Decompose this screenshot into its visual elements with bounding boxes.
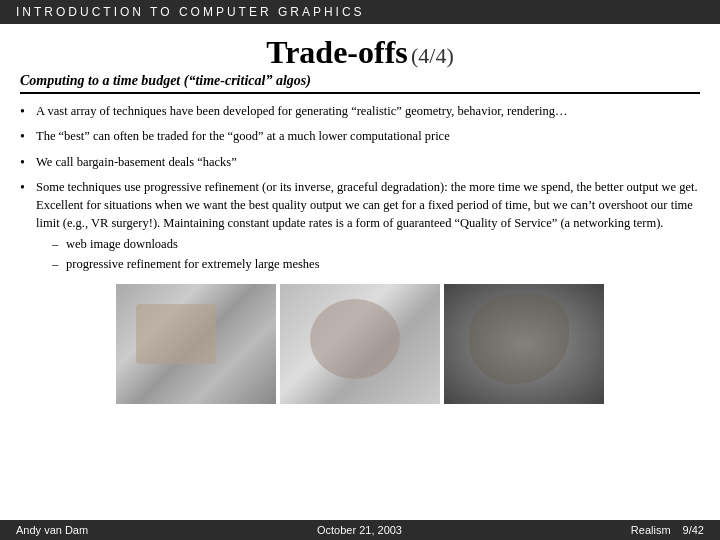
sub-bullet-list-3: –web image downloads–progressive refinem… — [52, 235, 700, 273]
bullet-dot-2: • — [20, 153, 36, 173]
slide-title-sub: (4/4) — [411, 43, 454, 68]
sub-bullet-item-0: –web image downloads — [52, 235, 700, 253]
footer-bar: Andy van Dam October 21, 2003 Realism 9/… — [0, 520, 720, 540]
footer-label: Realism — [631, 524, 671, 536]
sub-bullet-text-1: progressive refinement for extremely lar… — [66, 255, 320, 273]
bullet-list: •A vast array of techniques have been de… — [20, 102, 700, 276]
bullet-item-2: •We call bargain-basement deals “hacks” — [20, 153, 700, 173]
sub-bullet-item-1: –progressive refinement for extremely la… — [52, 255, 700, 273]
bullet-dot-1: • — [20, 127, 36, 147]
slide-title: Trade-offs — [266, 34, 408, 70]
image-3 — [444, 284, 604, 404]
footer-right: Realism 9/42 — [631, 524, 704, 536]
title-area: Trade-offs (4/4) — [20, 34, 700, 71]
header-text: INTRODUCTION TO COMPUTER GRAPHICS — [16, 5, 365, 19]
bullet-item-1: •The “best” can often be traded for the … — [20, 127, 700, 147]
sub-dash-0: – — [52, 235, 66, 253]
bullet-text-2: We call bargain-basement deals “hacks” — [36, 153, 700, 171]
sub-dash-1: – — [52, 255, 66, 273]
sub-bullet-text-0: web image downloads — [66, 235, 178, 253]
bullet-text-1: The “best” can often be traded for the “… — [36, 127, 700, 145]
slide-container: Trade-offs (4/4) Computing to a time bud… — [0, 24, 720, 412]
bullet-text-3: Some techniques use progressive refineme… — [36, 178, 700, 276]
footer-author: Andy van Dam — [16, 524, 88, 536]
bullet-item-3: •Some techniques use progressive refinem… — [20, 178, 700, 276]
bullet-text-0: A vast array of techniques have been dev… — [36, 102, 700, 120]
header-bar: INTRODUCTION TO COMPUTER GRAPHICS — [0, 0, 720, 24]
images-row — [20, 284, 700, 404]
image-2 — [280, 284, 440, 404]
footer-date: October 21, 2003 — [317, 524, 402, 536]
footer-page: 9/42 — [683, 524, 704, 536]
bullet-item-0: •A vast array of techniques have been de… — [20, 102, 700, 122]
bullet-dot-3: • — [20, 178, 36, 198]
bullet-dot-0: • — [20, 102, 36, 122]
image-1 — [116, 284, 276, 404]
subtitle-line: Computing to a time budget (“time-critic… — [20, 73, 700, 94]
